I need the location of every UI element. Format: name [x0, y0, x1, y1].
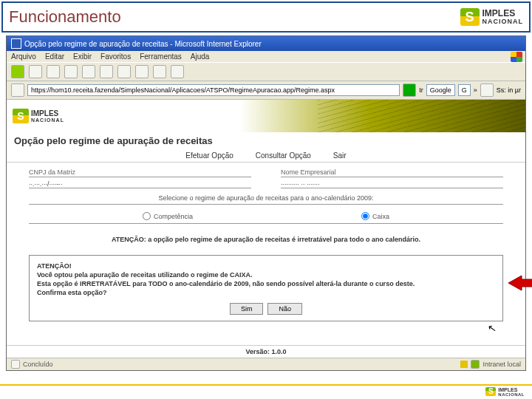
status-left: Concluído — [23, 361, 53, 368]
mail-button[interactable] — [153, 65, 166, 78]
ie-toolbar — [7, 62, 525, 81]
logo-sub: NACIONAL — [482, 18, 524, 25]
ie-statusbar: Concluído Intranet local — [7, 358, 525, 370]
sim-button[interactable]: Sim — [230, 303, 264, 315]
menu-ferramentas[interactable]: Ferramentas — [140, 52, 182, 61]
go-label: Ir — [419, 86, 423, 94]
window-title: Opção pelo regime de apuração de receita… — [24, 40, 262, 48]
lock-icon — [460, 361, 468, 368]
confirm-line-1: Você optou pela apuração de receitas uti… — [37, 270, 495, 279]
slide-footer: S IMPLESNACIONAL — [0, 384, 532, 398]
menu-editar[interactable]: Editar — [45, 52, 64, 61]
radio-competencia[interactable]: Competência — [143, 212, 193, 220]
ie-window: Opção pelo regime de apuração de receita… — [6, 35, 526, 371]
google-g-button[interactable]: G — [458, 84, 471, 96]
cnpj-value: ··.···.···/····-·· — [29, 180, 63, 188]
links-button[interactable] — [480, 83, 494, 97]
logo-s-icon: S — [460, 8, 480, 26]
banner-s-icon: S — [13, 109, 29, 123]
page-heading: Opção pelo regime de apuração de receita… — [7, 132, 525, 149]
ie-address-bar: https://hom10.receita.fazenda/SimplesNac… — [7, 81, 525, 100]
regime-question: Selecione o regime de apuração de receit… — [29, 194, 503, 205]
back-button[interactable] — [11, 65, 24, 78]
menu-favoritos[interactable]: Favoritos — [100, 52, 131, 61]
stop-button[interactable] — [47, 65, 60, 78]
slide-title: Funcionamento — [9, 7, 121, 27]
status-icon — [11, 360, 20, 369]
history-button[interactable] — [135, 65, 149, 78]
callout-arrow-icon — [508, 275, 532, 291]
links-label: Ss: in µr — [497, 86, 521, 94]
favorites-button[interactable] — [117, 65, 131, 78]
svg-marker-0 — [508, 276, 532, 290]
nome-label: Nome Empresarial — [281, 168, 336, 176]
tab-consultar[interactable]: Consultar Opção — [256, 151, 311, 160]
nome-value: ·········· ·· ······· — [281, 180, 320, 188]
url-input[interactable]: https://hom10.receita.fazenda/SimplesNac… — [27, 84, 400, 96]
confirm-head: ATENÇÃO! — [37, 262, 495, 270]
nav-tabs: Efetuar Opção Consultar Opção Sair — [7, 149, 525, 163]
search-button[interactable] — [100, 65, 113, 78]
radio-row: Competência Caixa — [29, 209, 503, 224]
status-right: Intranet local — [482, 361, 521, 368]
menu-arquivo[interactable]: Arquivo — [11, 52, 36, 61]
banner-brand: IMPLES — [31, 110, 64, 117]
ie-titlebar: Opção pelo regime de apuração de receita… — [7, 36, 525, 51]
form-area: CNPJ da Matriz Nome Empresarial ··.···.·… — [7, 163, 525, 231]
version-bar: Versão: 1.0.0 — [7, 345, 525, 358]
go-button[interactable] — [403, 83, 416, 97]
confirm-line-2: Esta opção é IRRETRATÁVEL para TODO o an… — [37, 279, 495, 288]
tab-sair[interactable]: Sair — [333, 151, 347, 160]
footer-logo-text: IMPLESNACIONAL — [498, 387, 525, 397]
print-button[interactable] — [171, 65, 184, 78]
ie-menubar: Arquivo Editar Exibir Favoritos Ferramen… — [7, 51, 525, 62]
windows-flag-icon — [511, 52, 522, 62]
simples-logo: S IMPLES NACIONAL — [460, 8, 524, 26]
nao-button[interactable]: Não — [267, 303, 302, 315]
address-icon — [11, 83, 24, 97]
menu-exibir[interactable]: Exibir — [73, 52, 92, 61]
forward-button[interactable] — [29, 65, 42, 78]
google-search-box[interactable]: Google — [426, 84, 455, 96]
confirm-line-3: Confirma esta opção? — [37, 288, 495, 297]
logo-brand: IMPLES — [482, 9, 524, 18]
slide-header: Funcionamento S IMPLES NACIONAL — [1, 1, 531, 33]
page-content: S IMPLES NACIONAL Opção pelo regime de a… — [7, 100, 525, 358]
home-button[interactable] — [82, 65, 95, 78]
radio-caixa[interactable]: Caixa — [361, 212, 389, 220]
confirm-dialog: ATENÇÃO! Você optou pela apuração de rec… — [29, 255, 503, 322]
attention-text: ATENÇÃO: a opção pelo regime de apuração… — [7, 231, 525, 249]
menu-ajuda[interactable]: Ajuda — [191, 52, 210, 61]
refresh-button[interactable] — [64, 65, 78, 78]
mouse-cursor-icon: ↖ — [487, 321, 498, 335]
banner-sub: NACIONAL — [31, 117, 64, 123]
zone-icon — [471, 360, 480, 369]
simples-banner: S IMPLES NACIONAL — [7, 100, 525, 132]
cnpj-label: CNPJ da Matriz — [29, 168, 75, 176]
tab-efetuar[interactable]: Efetuar Opção — [185, 151, 233, 160]
ie-icon — [11, 38, 21, 49]
footer-s-icon: S — [485, 387, 496, 396]
